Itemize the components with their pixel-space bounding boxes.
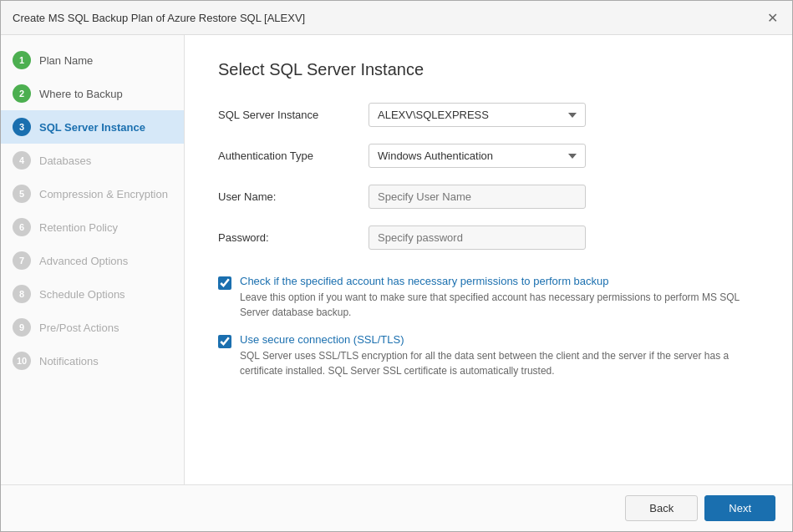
step-number-8: 8 xyxy=(13,285,31,303)
step-number-3: 3 xyxy=(13,118,31,136)
title-bar: Create MS SQL Backup Plan of Azure Resto… xyxy=(1,1,792,35)
back-button[interactable]: Back xyxy=(625,495,698,521)
checkbox-desc-1: SQL Server uses SSL/TLS encryption for a… xyxy=(240,348,759,378)
close-button[interactable]: ✕ xyxy=(764,9,780,26)
checkbox-label-0: Check if the specified account has neces… xyxy=(240,275,759,287)
sql-instance-wrapper: ALEXV\SQLEXPRESS xyxy=(369,103,586,127)
checkbox-check-permissions[interactable] xyxy=(218,276,231,290)
password-input[interactable] xyxy=(369,225,586,250)
sidebar-item-advanced-options: 7Advanced Options xyxy=(1,244,184,277)
sidebar-item-plan-name[interactable]: 1Plan Name xyxy=(1,43,184,77)
username-row: User Name: xyxy=(218,185,759,209)
sidebar-item-databases: 4Databases xyxy=(1,144,184,177)
step-number-9: 9 xyxy=(13,318,31,337)
content-area: Select SQL Server Instance SQL Server In… xyxy=(185,35,792,484)
dialog-title: Create MS SQL Backup Plan of Azure Resto… xyxy=(13,12,305,24)
password-row: Password: xyxy=(218,225,759,250)
auth-type-wrapper: Windows Authentication xyxy=(369,144,586,168)
step-number-7: 7 xyxy=(13,251,31,270)
sidebar-label-databases: Databases xyxy=(39,155,91,167)
sidebar-label-plan-name: Plan Name xyxy=(39,54,93,67)
checkbox-label-1: Use secure connection (SSL/TLS) xyxy=(240,333,759,346)
auth-type-select[interactable]: Windows Authentication xyxy=(369,144,586,168)
next-button[interactable]: Next xyxy=(704,495,775,521)
checkbox-desc-0: Leave this option if you want to make su… xyxy=(240,290,759,320)
sql-instance-label: SQL Server Instance xyxy=(218,109,369,121)
sidebar-item-sql-server-instance[interactable]: 3SQL Server Instance xyxy=(1,110,184,144)
checkbox-row-1: Use secure connection (SSL/TLS)SQL Serve… xyxy=(218,333,759,378)
step-number-4: 4 xyxy=(13,151,31,170)
sidebar-label-where-to-backup: Where to Backup xyxy=(39,88,123,100)
checkbox-content-0: Check if the specified account has neces… xyxy=(240,275,759,320)
sidebar-item-pre-post-actions: 9Pre/Post Actions xyxy=(1,311,184,344)
password-label: Password: xyxy=(218,231,369,244)
sidebar-label-sql-server-instance: SQL Server Instance xyxy=(39,121,145,134)
auth-type-row: Authentication Type Windows Authenticati… xyxy=(218,144,759,168)
sidebar-label-retention-policy: Retention Policy xyxy=(39,221,118,234)
step-number-6: 6 xyxy=(13,218,31,236)
sidebar-item-compression-encryption: 5Compression & Encryption xyxy=(1,177,184,210)
main-content: 1Plan Name2Where to Backup3SQL Server In… xyxy=(1,35,792,484)
footer: Back Next xyxy=(1,484,792,531)
page-title: Select SQL Server Instance xyxy=(218,60,759,79)
password-wrapper xyxy=(369,225,586,250)
checkbox-content-1: Use secure connection (SSL/TLS)SQL Serve… xyxy=(240,333,759,378)
checkbox-secure-connection[interactable] xyxy=(218,335,231,348)
dialog: Create MS SQL Backup Plan of Azure Resto… xyxy=(0,0,793,532)
sidebar: 1Plan Name2Where to Backup3SQL Server In… xyxy=(1,35,185,484)
username-wrapper xyxy=(369,185,586,209)
username-input[interactable] xyxy=(369,185,586,209)
sql-instance-row: SQL Server Instance ALEXV\SQLEXPRESS xyxy=(218,103,759,127)
sidebar-label-compression-encryption: Compression & Encryption xyxy=(39,188,168,200)
checkbox-row-0: Check if the specified account has neces… xyxy=(218,275,759,320)
sidebar-label-advanced-options: Advanced Options xyxy=(39,255,128,267)
sidebar-label-pre-post-actions: Pre/Post Actions xyxy=(39,322,119,334)
step-number-2: 2 xyxy=(13,84,31,103)
sidebar-item-notifications: 10Notifications xyxy=(1,344,184,377)
sidebar-item-retention-policy: 6Retention Policy xyxy=(1,210,184,244)
sidebar-label-notifications: Notifications xyxy=(39,355,99,367)
checkbox-section: Check if the specified account has neces… xyxy=(218,275,759,392)
sidebar-item-where-to-backup[interactable]: 2Where to Backup xyxy=(1,77,184,110)
username-label: User Name: xyxy=(218,190,369,203)
sidebar-item-schedule-options: 8Schedule Options xyxy=(1,277,184,311)
auth-type-label: Authentication Type xyxy=(218,149,369,162)
sql-instance-select[interactable]: ALEXV\SQLEXPRESS xyxy=(369,103,586,127)
step-number-10: 10 xyxy=(13,352,31,370)
step-number-5: 5 xyxy=(13,185,31,203)
step-number-1: 1 xyxy=(13,51,31,69)
sidebar-label-schedule-options: Schedule Options xyxy=(39,288,125,301)
